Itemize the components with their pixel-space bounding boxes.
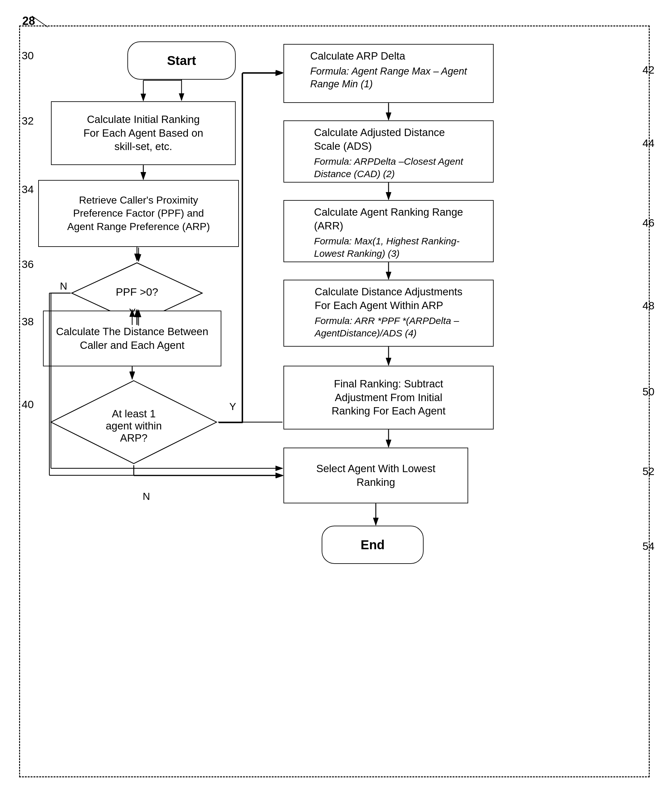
- n-label-arp: N: [143, 491, 150, 503]
- step-label-40: 40: [22, 398, 34, 411]
- page: 28 30 32 34 36 38 40 42 44 46 48 50 52 5…: [0, 0, 672, 799]
- step-label-30: 30: [22, 50, 34, 62]
- calc-distance-box: Calculate The Distance BetweenCaller and…: [43, 311, 221, 367]
- step-label-32: 32: [22, 115, 34, 127]
- agent-within-arp-diamond: At least 1 agent within ARP?: [50, 379, 218, 465]
- calc-initial-ranking-box: Calculate Initial RankingFor Each Agent …: [51, 101, 236, 165]
- svg-text:At least 1: At least 1: [112, 408, 156, 420]
- retrieve-ppf-box: Retrieve Caller's ProximityPreference Fa…: [38, 180, 239, 247]
- start-box: Start: [127, 42, 236, 80]
- n-label-ppf: N: [60, 280, 67, 292]
- svg-text:ARP?: ARP?: [120, 432, 147, 444]
- calc-arr-box: Calculate Agent Ranking Range(ARR) Formu…: [283, 200, 494, 262]
- calc-ads-box: Calculate Adjusted DistanceScale (ADS) F…: [283, 120, 494, 183]
- calc-arp-delta-box: Calculate ARP Delta Formula: Agent Range…: [283, 44, 494, 103]
- step-label-52: 52: [642, 465, 654, 477]
- y-label-arp: Y: [229, 401, 236, 413]
- final-ranking-box: Final Ranking: SubtractAdjustment From I…: [283, 366, 494, 429]
- step-label-42: 42: [642, 64, 654, 76]
- svg-text:PPF >0?: PPF >0?: [115, 286, 158, 298]
- step-label-50: 50: [642, 386, 654, 398]
- select-agent-box: Select Agent With LowestRanking: [283, 448, 468, 503]
- svg-text:agent within: agent within: [106, 420, 162, 432]
- calc-dist-adj-box: Calculate Distance AdjustmentsFor Each A…: [283, 280, 494, 347]
- end-box: End: [322, 526, 424, 564]
- y-label-ppf: Y: [129, 306, 136, 318]
- agent-arp-diamond-shape: At least 1 agent within ARP?: [50, 379, 218, 465]
- step-label-34: 34: [22, 183, 34, 195]
- step-label-54: 54: [642, 540, 654, 552]
- step-label-36: 36: [22, 258, 34, 271]
- step-label-48: 48: [642, 299, 654, 312]
- step-label-38: 38: [22, 315, 34, 328]
- step-label-44: 44: [642, 137, 654, 149]
- step-label-46: 46: [642, 217, 654, 229]
